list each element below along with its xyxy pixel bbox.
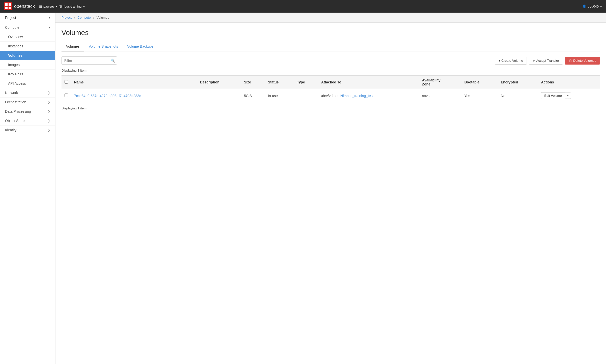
project-chevron-icon: ▾	[83, 5, 85, 8]
tab-volume-snapshots[interactable]: Volume Snapshots	[84, 42, 123, 51]
display-count-top: Displaying 1 item	[62, 69, 600, 72]
sidebar-object-store-header[interactable]: Object Store ❯	[0, 116, 55, 126]
sidebar-compute-header[interactable]: Compute ▾	[0, 23, 55, 32]
th-availability-zone: AvailabilityZone	[419, 76, 461, 89]
row-type-cell: -	[294, 89, 318, 102]
row-encrypted-cell: No	[498, 89, 538, 102]
sidebar-network-header[interactable]: Network ❯	[0, 88, 55, 98]
logo-text: openstack	[14, 4, 35, 9]
toolbar: 🔍 + Create Volume ⇌ Accept Transfer 🗑 De…	[62, 56, 600, 65]
row-bootable-cell: Yes	[461, 89, 498, 102]
delete-volumes-label: Delete Volumes	[573, 59, 596, 63]
top-navigation: openstack ▦ pawsey • Nimbus-training ▾ 👤…	[0, 0, 606, 13]
sidebar-item-keypairs[interactable]: Key Pairs	[0, 70, 55, 79]
sidebar-item-api-access[interactable]: API Access	[0, 79, 55, 88]
th-type: Type	[294, 76, 318, 89]
svg-rect-3	[5, 7, 8, 9]
th-attached-to: Attached To	[318, 76, 419, 89]
display-count-bottom: Displaying 1 item	[62, 106, 600, 110]
accept-transfer-label: ⇌ Accept Transfer	[533, 59, 559, 63]
attached-prefix: /dev/vda on	[321, 94, 340, 98]
filter-input-wrapper: 🔍	[62, 56, 117, 65]
breadcrumb-sep-1: /	[74, 16, 75, 19]
breadcrumb-sep-2: /	[93, 16, 94, 19]
table-row: 7cce84e9-687d-4272-a008-d7d4708d283c - 5…	[62, 89, 600, 102]
sidebar-data-processing-chevron: ❯	[48, 110, 50, 113]
sidebar-data-processing-header[interactable]: Data Processing ❯	[0, 107, 55, 116]
sidebar-api-access-label: API Access	[8, 81, 26, 85]
breadcrumb-current: Volumes	[97, 16, 109, 19]
sidebar-compute-label: Compute	[5, 25, 19, 29]
sidebar-object-store-label: Object Store	[5, 119, 25, 123]
filter-input[interactable]	[62, 56, 117, 65]
sidebar-project-chevron: ▾	[49, 16, 50, 19]
openstack-logo[interactable]: openstack	[4, 2, 35, 10]
sidebar-instances-label: Instances	[8, 44, 23, 48]
volumes-table: Name Description Size Status Type Attach…	[62, 75, 600, 102]
th-actions: Actions	[538, 76, 600, 89]
row-az-cell: nova	[419, 89, 461, 102]
tab-volume-backups[interactable]: Volume Backups	[123, 42, 158, 51]
project-user: pawsey	[43, 5, 54, 8]
page-content: Volumes Volumes Volume Snapshots Volume …	[55, 23, 606, 119]
sidebar-volumes-label: Volumes	[8, 53, 22, 57]
user-menu[interactable]: 👤 cou040 ▾	[582, 5, 602, 8]
sidebar-item-volumes[interactable]: Volumes	[0, 51, 55, 60]
row-checkbox-cell	[62, 89, 71, 102]
sidebar-item-instances[interactable]: Instances	[0, 42, 55, 51]
sidebar-orchestration-label: Orchestration	[5, 100, 26, 104]
sidebar-keypairs-label: Key Pairs	[8, 72, 23, 76]
breadcrumb: Project / Compute / Volumes	[55, 13, 606, 23]
row-description-cell: -	[197, 89, 241, 102]
sidebar-item-overview[interactable]: Overview	[0, 32, 55, 42]
tabs-bar: Volumes Volume Snapshots Volume Backups	[62, 42, 600, 51]
sidebar: Project ▾ Compute ▾ Overview Instances V…	[0, 13, 55, 364]
sidebar-item-images[interactable]: Images	[0, 60, 55, 70]
sidebar-identity-header[interactable]: Identity ❯	[0, 126, 55, 135]
create-volume-label: + Create Volume	[499, 59, 523, 63]
main-layout: Project ▾ Compute ▾ Overview Instances V…	[0, 13, 606, 364]
tab-volumes[interactable]: Volumes	[62, 42, 84, 51]
action-dropdown-button[interactable]: ▾	[565, 93, 571, 99]
trash-icon: 🗑	[569, 59, 572, 63]
page-title: Volumes	[62, 29, 600, 37]
sidebar-network-label: Network	[5, 91, 18, 95]
sidebar-overview-label: Overview	[8, 35, 23, 39]
th-encrypted: Encrypted	[498, 76, 538, 89]
sidebar-project-header[interactable]: Project ▾	[0, 13, 55, 23]
sidebar-object-store-chevron: ❯	[48, 119, 50, 123]
project-selector[interactable]: ▦ pawsey • Nimbus-training ▾	[39, 5, 85, 8]
openstack-logo-icon	[4, 2, 12, 10]
delete-volumes-button[interactable]: 🗑 Delete Volumes	[565, 57, 600, 65]
th-name: Name	[71, 76, 197, 89]
th-checkbox	[62, 76, 71, 89]
attached-instance-link[interactable]: Nimbus_training_test	[340, 94, 374, 98]
th-status: Status	[265, 76, 294, 89]
breadcrumb-project[interactable]: Project	[62, 16, 72, 19]
edit-volume-button[interactable]: Edit Volume	[541, 92, 565, 99]
svg-rect-4	[9, 7, 11, 9]
project-selector-icon: ▦	[39, 5, 42, 8]
volume-name-link[interactable]: 7cce84e9-687d-4272-a008-d7d4708d283c	[74, 94, 141, 98]
sidebar-identity-chevron: ❯	[48, 128, 50, 132]
sidebar-compute-chevron: ▾	[49, 26, 50, 29]
select-all-checkbox[interactable]	[65, 80, 68, 84]
svg-rect-1	[5, 3, 8, 6]
sidebar-images-label: Images	[8, 63, 20, 67]
row-size-cell: 5GiB	[241, 89, 265, 102]
sidebar-orchestration-chevron: ❯	[48, 100, 50, 104]
th-size: Size	[241, 76, 265, 89]
main-content: Project / Compute / Volumes Volumes Volu…	[55, 13, 606, 364]
separator: •	[56, 5, 57, 8]
accept-transfer-button[interactable]: ⇌ Accept Transfer	[529, 57, 563, 65]
sidebar-orchestration-header[interactable]: Orchestration ❯	[0, 98, 55, 107]
sidebar-data-processing-label: Data Processing	[5, 109, 31, 113]
sidebar-identity-label: Identity	[5, 128, 16, 132]
row-attached-cell: /dev/vda on Nimbus_training_test	[318, 89, 419, 102]
user-icon: 👤	[582, 5, 586, 8]
table-body: 7cce84e9-687d-4272-a008-d7d4708d283c - 5…	[62, 89, 600, 102]
row-checkbox[interactable]	[65, 94, 68, 97]
search-icon[interactable]: 🔍	[111, 58, 115, 63]
breadcrumb-compute[interactable]: Compute	[77, 16, 91, 19]
create-volume-button[interactable]: + Create Volume	[495, 57, 527, 65]
